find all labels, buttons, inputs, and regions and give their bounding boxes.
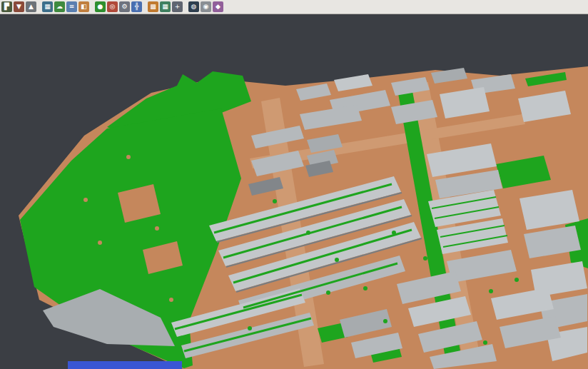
open-file-icon[interactable]: ▛	[1, 1, 12, 12]
gear-icon[interactable]: ⚙	[119, 1, 130, 12]
crop-icon[interactable]: ▩	[148, 1, 158, 12]
ground-speckle	[155, 226, 159, 231]
veg-speckle	[423, 256, 427, 261]
app-window: ▛▼▲▦☁≡◧●◎⚙╬▩▦+◍◉◆	[0, 0, 588, 369]
veg-speckle	[483, 340, 487, 345]
ground-speckle	[98, 241, 102, 245]
veg-speckle	[326, 290, 330, 295]
veg-speckle	[489, 289, 493, 293]
point-cloud-icon[interactable]: ☁	[54, 1, 65, 12]
veg-speckle	[273, 199, 277, 203]
ground-speckle	[126, 155, 131, 159]
layers-icon[interactable]: ▦	[42, 1, 53, 12]
clipping-box-icon[interactable]: ◧	[78, 1, 89, 12]
scene-svg	[0, 14, 588, 369]
sphere-icon[interactable]: ●	[95, 1, 106, 12]
picker-icon[interactable]: +	[172, 1, 183, 12]
target-icon[interactable]: ◎	[107, 1, 118, 12]
palette-icon[interactable]: ◆	[213, 1, 223, 12]
bottom-blue-bar	[68, 361, 182, 369]
veg-speckle	[392, 231, 396, 235]
snapshot-icon[interactable]: ◉	[201, 1, 211, 12]
ground-speckle	[169, 298, 173, 302]
ground-speckle	[83, 198, 88, 202]
save-icon[interactable]: ▼	[14, 1, 24, 12]
globe-icon[interactable]: ◍	[188, 1, 199, 12]
toolbar: ▛▼▲▦☁≡◧●◎⚙╬▩▦+◍◉◆	[0, 0, 588, 14]
veg-speckle	[383, 319, 387, 323]
3d-viewport[interactable]	[0, 14, 588, 369]
veg-speckle	[248, 326, 252, 330]
translate-icon[interactable]: ╬	[131, 1, 142, 12]
veg-speckle	[363, 286, 368, 290]
veg-speckle	[335, 258, 339, 262]
veg-speckle	[306, 231, 310, 235]
scalar-fields-icon[interactable]: ≡	[66, 1, 77, 12]
grid-icon[interactable]: ▦	[160, 1, 171, 12]
terrain-icon[interactable]: ▲	[26, 1, 36, 12]
veg-speckle	[514, 278, 519, 282]
